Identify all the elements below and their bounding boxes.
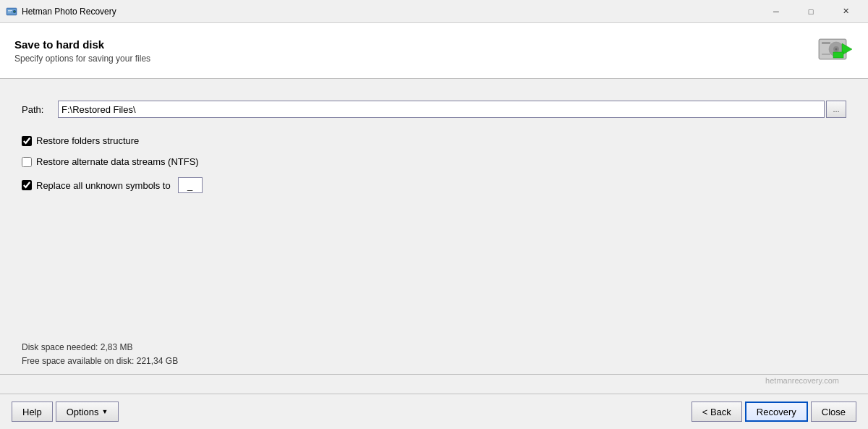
recovery-button[interactable]: Recovery [745, 402, 808, 422]
window-title: Hetman Photo Recovery [22, 7, 760, 17]
options-section: Restore folders structure Restore altern… [22, 135, 846, 193]
disk-info: Disk space needed: 2,83 MB Free space av… [22, 341, 846, 368]
replace-symbols-label[interactable]: Replace all unknown symbols to [36, 180, 171, 191]
path-input[interactable] [58, 101, 825, 118]
path-row: Path: ... [22, 101, 846, 118]
svg-rect-14 [833, 52, 843, 58]
svg-rect-12 [822, 54, 830, 55]
options-button[interactable]: Options ▼ [56, 402, 119, 422]
spacer [22, 208, 846, 334]
close-button[interactable]: Close [811, 402, 856, 422]
svg-rect-11 [822, 42, 830, 44]
maximize-button[interactable]: □ [794, 4, 827, 19]
watermark-text: hetmanrecovery.com [765, 376, 839, 385]
symbol-input[interactable] [178, 177, 203, 193]
restore-folders-row: Restore folders structure [22, 135, 846, 146]
footer: Help Options ▼ < Back Recovery Close [0, 394, 868, 429]
back-button[interactable]: < Back [692, 402, 742, 422]
minimize-button[interactable]: ─ [760, 4, 793, 19]
footer-left: Help Options ▼ [12, 402, 119, 422]
replace-symbols-checkbox[interactable] [22, 180, 32, 190]
svg-rect-4 [8, 10, 12, 11]
restore-streams-label[interactable]: Restore alternate data streams (NTFS) [36, 156, 199, 167]
replace-symbols-row: Replace all unknown symbols to [22, 177, 846, 193]
restore-streams-checkbox[interactable] [22, 157, 32, 167]
main-content: Path: ... Restore folders structure Rest… [0, 79, 868, 394]
browse-button[interactable]: ... [826, 101, 846, 118]
svg-point-10 [835, 48, 838, 51]
options-dropdown-arrow: ▼ [102, 408, 109, 415]
help-button[interactable]: Help [12, 402, 53, 422]
title-bar: Hetman Photo Recovery ─ □ ✕ [0, 0, 868, 23]
restore-folders-checkbox[interactable] [22, 136, 32, 146]
svg-point-3 [14, 11, 15, 12]
restore-streams-row: Restore alternate data streams (NTFS) [22, 156, 846, 167]
header-area: Save to hard disk Specify options for sa… [0, 23, 868, 79]
page-title: Save to hard disk [14, 38, 150, 51]
page-subtitle: Specify options for saving your files [14, 54, 150, 64]
header-text: Save to hard disk Specify options for sa… [14, 38, 150, 64]
free-space: Free space available on disk: 221,34 GB [22, 354, 846, 368]
window-controls: ─ □ ✕ [760, 4, 862, 19]
path-label: Path: [22, 104, 51, 115]
svg-rect-5 [8, 12, 11, 12]
watermark-row: hetmanrecovery.com [22, 375, 846, 386]
hdd-icon [816, 33, 854, 68]
options-label: Options [67, 407, 99, 417]
close-window-button[interactable]: ✕ [829, 4, 862, 19]
app-icon [6, 6, 17, 17]
disk-space-needed: Disk space needed: 2,83 MB [22, 341, 846, 354]
footer-right: < Back Recovery Close [692, 402, 856, 422]
restore-folders-label[interactable]: Restore folders structure [36, 135, 139, 146]
